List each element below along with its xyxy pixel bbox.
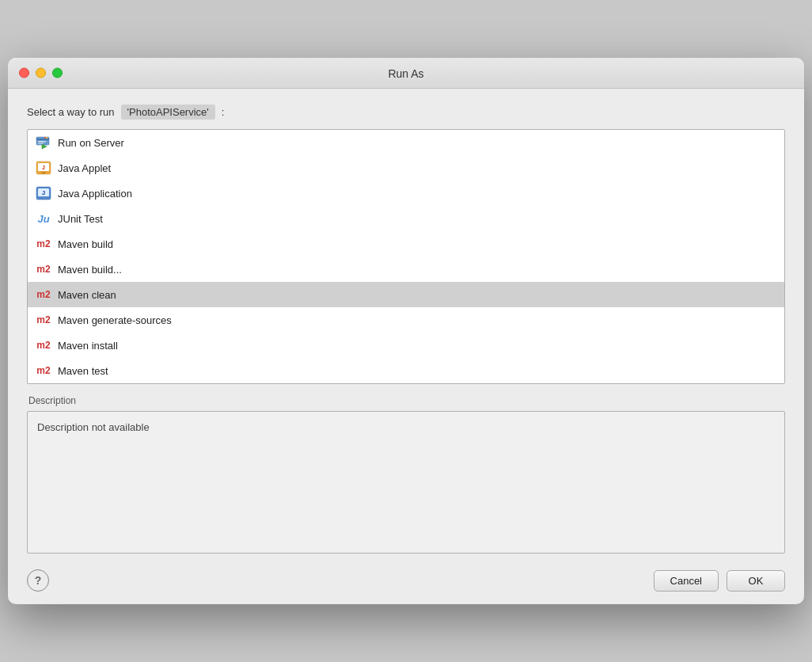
- list-item-maven-clean-label: Maven clean: [58, 289, 116, 301]
- description-text: Description not available: [37, 421, 150, 433]
- svg-rect-5: [38, 143, 44, 145]
- svg-text:J: J: [42, 189, 45, 196]
- select-row: Select a way to run 'PhotoAPIService' :: [27, 105, 785, 120]
- run-as-dialog: Run As Select a way to run 'PhotoAPIServ…: [8, 58, 804, 604]
- list-item-maven-test-label: Maven test: [58, 365, 108, 377]
- list-item-maven-build-ellipsis-label: Maven build...: [58, 264, 122, 276]
- list-item-run-on-server-label: Run on Server: [58, 137, 124, 149]
- minimize-button[interactable]: [36, 68, 46, 78]
- ok-button[interactable]: OK: [727, 570, 785, 592]
- junit-icon: Ju: [36, 211, 51, 226]
- action-buttons: Cancel OK: [654, 570, 785, 592]
- list-item-java-applet[interactable]: J Java Applet: [28, 155, 784, 181]
- list-item-maven-install[interactable]: m2 Maven install: [28, 333, 784, 358]
- description-section: Description Description not available: [27, 395, 785, 554]
- maven-test-icon: m2: [36, 363, 51, 378]
- traffic-lights: [19, 68, 63, 78]
- svg-text:J: J: [42, 165, 45, 170]
- help-button[interactable]: ?: [27, 569, 49, 592]
- list-item-maven-build[interactable]: m2 Maven build: [28, 231, 784, 257]
- svg-point-2: [46, 137, 47, 139]
- description-label: Description: [27, 395, 785, 406]
- svg-point-3: [44, 137, 46, 139]
- cancel-button[interactable]: Cancel: [654, 570, 719, 592]
- close-button[interactable]: [19, 68, 29, 78]
- list-item-maven-build-ellipsis[interactable]: m2 Maven build...: [28, 257, 784, 282]
- list-item-java-application-label: Java Application: [58, 188, 132, 200]
- maven-build-icon: m2: [36, 237, 51, 251]
- title-bar: Run As: [8, 58, 804, 89]
- maven-build-ellipsis-icon: m2: [36, 262, 51, 276]
- maven-clean-icon: m2: [36, 287, 51, 302]
- list-item-maven-clean[interactable]: m2 Maven clean: [28, 282, 784, 307]
- list-item-java-application[interactable]: J Java Application: [28, 181, 784, 206]
- list-item-run-on-server[interactable]: Run on Server: [28, 130, 784, 155]
- list-item-junit-test[interactable]: Ju JUnit Test: [28, 206, 784, 231]
- maven-install-icon: m2: [36, 338, 51, 352]
- run-on-server-icon: [36, 135, 51, 150]
- description-box: Description not available: [27, 411, 785, 554]
- maximize-button[interactable]: [52, 68, 63, 78]
- svg-rect-4: [38, 141, 46, 143]
- button-row: ? Cancel OK: [27, 565, 785, 592]
- java-application-icon: J: [36, 186, 51, 200]
- list-item-maven-build-label: Maven build: [58, 238, 113, 250]
- list-item-maven-test[interactable]: m2 Maven test: [28, 358, 784, 383]
- list-item-junit-test-label: JUnit Test: [58, 213, 103, 225]
- run-type-list[interactable]: Run on Server J Java Applet: [27, 129, 785, 384]
- list-item-java-applet-label: Java Applet: [58, 162, 111, 174]
- svg-rect-1: [36, 139, 49, 140]
- list-item-maven-generate-sources[interactable]: m2 Maven generate-sources: [28, 307, 784, 333]
- select-colon: :: [222, 106, 225, 118]
- list-item-maven-install-label: Maven install: [58, 340, 118, 352]
- select-value: 'PhotoAPIService': [121, 105, 215, 120]
- java-applet-icon: J: [36, 161, 51, 175]
- dialog-title: Run As: [388, 67, 423, 80]
- dialog-body: Select a way to run 'PhotoAPIService' :: [8, 89, 804, 604]
- select-label: Select a way to run: [27, 106, 115, 118]
- maven-generate-sources-icon: m2: [36, 313, 51, 327]
- list-item-maven-generate-sources-label: Maven generate-sources: [58, 314, 172, 326]
